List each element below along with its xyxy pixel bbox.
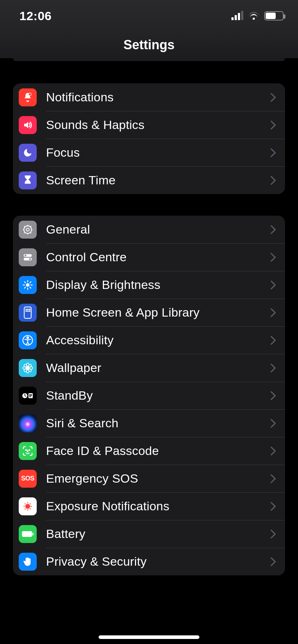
row-homescreen[interactable]: Home Screen & App Library bbox=[13, 299, 285, 326]
app-grid-icon bbox=[19, 304, 37, 322]
svg-rect-8 bbox=[24, 307, 31, 318]
exposure-icon bbox=[19, 497, 37, 515]
svg-point-0 bbox=[29, 93, 32, 96]
row-faceid[interactable]: Face ID & Passcode bbox=[13, 437, 285, 465]
row-label: Battery bbox=[46, 527, 270, 541]
svg-point-31 bbox=[26, 450, 26, 450]
home-indicator[interactable] bbox=[99, 635, 199, 639]
row-emergencysos[interactable]: SOS Emergency SOS bbox=[13, 465, 285, 492]
row-label: Sounds & Haptics bbox=[46, 118, 270, 132]
row-privacy[interactable]: Privacy & Security bbox=[13, 548, 285, 575]
chevron-right-icon bbox=[270, 446, 276, 456]
page-title: Settings bbox=[123, 37, 175, 52]
row-label: Wallpaper bbox=[46, 361, 270, 375]
svg-rect-43 bbox=[22, 531, 32, 537]
chevron-right-icon bbox=[270, 335, 276, 346]
faceid-icon bbox=[19, 442, 37, 460]
row-sounds[interactable]: Sounds & Haptics bbox=[13, 111, 285, 139]
row-label: Face ID & Passcode bbox=[46, 444, 270, 458]
svg-rect-30 bbox=[29, 396, 31, 397]
svg-point-40 bbox=[30, 503, 31, 504]
chevron-right-icon bbox=[270, 175, 276, 186]
moon-icon bbox=[19, 144, 37, 162]
svg-point-39 bbox=[24, 503, 26, 504]
chevron-right-icon bbox=[270, 252, 276, 263]
row-label: Exposure Notifications bbox=[46, 499, 270, 513]
settings-group: Notifications Sounds & Haptics Focus Scr… bbox=[13, 83, 285, 194]
row-general[interactable]: General bbox=[13, 216, 285, 243]
row-exposure[interactable]: Exposure Notifications bbox=[13, 492, 285, 520]
svg-point-17 bbox=[27, 367, 29, 369]
chevron-right-icon bbox=[270, 92, 276, 103]
svg-point-35 bbox=[27, 502, 28, 503]
svg-point-37 bbox=[24, 506, 25, 507]
svg-rect-29 bbox=[29, 395, 32, 396]
row-label: General bbox=[46, 222, 270, 236]
row-label: Accessibility bbox=[46, 333, 270, 347]
sos-icon: SOS bbox=[19, 470, 37, 488]
row-label: Notifications bbox=[46, 90, 270, 104]
row-controlcentre[interactable]: Control Centre bbox=[13, 243, 285, 271]
settings-group: General Control Centre Display & Brightn… bbox=[13, 216, 285, 575]
row-wallpaper[interactable]: Wallpaper bbox=[13, 354, 285, 382]
chevron-right-icon bbox=[270, 224, 276, 235]
row-label: Home Screen & App Library bbox=[46, 305, 270, 319]
flower-icon bbox=[19, 359, 37, 377]
row-screentime[interactable]: Screen Time bbox=[13, 166, 285, 194]
row-battery[interactable]: Battery bbox=[13, 520, 285, 548]
row-focus[interactable]: Focus bbox=[13, 139, 285, 166]
battery-full-icon bbox=[19, 525, 37, 543]
svg-point-41 bbox=[24, 508, 26, 509]
chevron-right-icon bbox=[270, 556, 276, 567]
wifi-icon bbox=[248, 12, 259, 20]
chevron-right-icon bbox=[270, 280, 276, 290]
svg-rect-28 bbox=[29, 394, 32, 395]
svg-point-16 bbox=[27, 337, 29, 339]
svg-point-1 bbox=[24, 226, 31, 233]
svg-rect-9 bbox=[26, 309, 27, 310]
svg-rect-12 bbox=[26, 310, 27, 312]
row-label: Emergency SOS bbox=[46, 472, 270, 486]
status-time: 12:06 bbox=[19, 9, 51, 23]
row-label: Control Centre bbox=[46, 250, 270, 264]
sos-text: SOS bbox=[21, 475, 35, 482]
svg-rect-44 bbox=[32, 533, 33, 535]
row-label: Focus bbox=[46, 146, 270, 160]
status-bar: 12:06 bbox=[0, 0, 298, 32]
hand-icon bbox=[19, 553, 37, 571]
row-label: Siri & Search bbox=[46, 416, 270, 430]
row-standby[interactable]: StandBy bbox=[13, 382, 285, 409]
hourglass-icon bbox=[19, 171, 37, 189]
svg-point-32 bbox=[29, 450, 30, 450]
svg-rect-14 bbox=[29, 310, 31, 312]
siri-icon bbox=[19, 414, 37, 432]
cellular-icon bbox=[231, 12, 243, 20]
settings-list: Notifications Sounds & Haptics Focus Scr… bbox=[0, 83, 298, 575]
chevron-right-icon bbox=[270, 390, 276, 401]
svg-point-6 bbox=[29, 258, 31, 260]
toggles-icon bbox=[19, 248, 37, 266]
row-accessibility[interactable]: Accessibility bbox=[13, 326, 285, 354]
status-indicators bbox=[231, 11, 284, 20]
chevron-right-icon bbox=[270, 307, 276, 318]
chevron-right-icon bbox=[270, 147, 276, 158]
accessibility-icon bbox=[19, 331, 37, 349]
chevron-right-icon bbox=[270, 120, 276, 130]
battery-icon bbox=[264, 11, 284, 20]
svg-rect-11 bbox=[29, 309, 31, 310]
row-display[interactable]: Display & Brightness bbox=[13, 271, 285, 299]
row-notifications[interactable]: Notifications bbox=[13, 83, 285, 111]
chevron-right-icon bbox=[270, 529, 276, 539]
row-siri[interactable]: Siri & Search bbox=[13, 409, 285, 437]
sun-icon bbox=[19, 276, 37, 294]
svg-rect-13 bbox=[27, 310, 29, 312]
svg-point-42 bbox=[30, 508, 31, 509]
previous-group-edge bbox=[13, 58, 285, 61]
standby-icon bbox=[19, 387, 37, 405]
svg-rect-10 bbox=[27, 309, 29, 310]
speaker-icon bbox=[19, 116, 37, 134]
chevron-right-icon bbox=[270, 473, 276, 484]
svg-point-38 bbox=[31, 506, 32, 507]
svg-point-4 bbox=[24, 254, 26, 256]
row-label: Display & Brightness bbox=[46, 278, 270, 292]
